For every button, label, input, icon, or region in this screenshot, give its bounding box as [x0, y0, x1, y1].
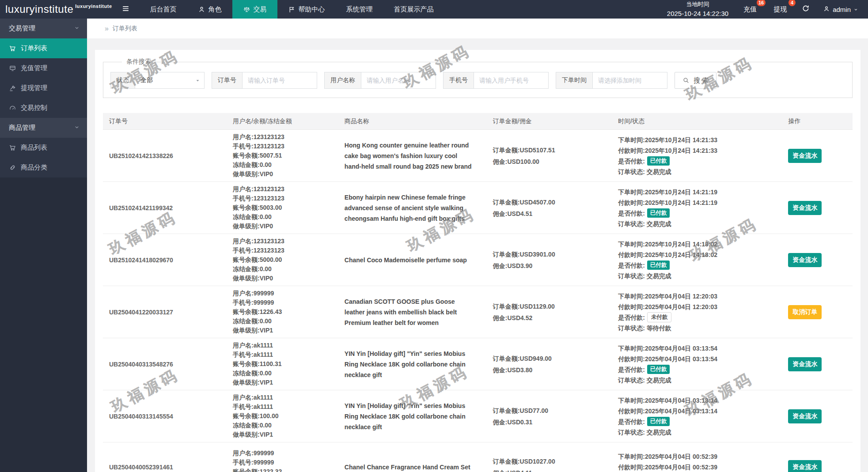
amount-line: 订单金额:USD3901.00	[493, 249, 606, 260]
funds-flow-button[interactable]: 资金流水	[788, 357, 822, 371]
user-info-line: 用户名:ak1111	[233, 341, 332, 350]
search-button[interactable]: 搜 索	[675, 72, 716, 89]
filter-status-select[interactable]: 全部	[135, 72, 205, 89]
user-info-line: 手机号:123123123	[233, 246, 332, 255]
user-info-line: 冻结金额:0.00	[233, 160, 332, 170]
refresh-button[interactable]	[802, 4, 810, 14]
nav-item-trade[interactable]: 交易	[232, 0, 277, 19]
time-line: 下单时间:2025年10月24日 14:18:02	[618, 239, 776, 249]
chevron-down-icon	[74, 25, 80, 32]
chevron-down-icon	[74, 124, 80, 132]
sidebar-item-product-list[interactable]: 商品列表	[0, 138, 87, 158]
sidebar: 交易管理订单列表充值管理提现管理交易控制商品管理商品列表商品分类	[0, 19, 87, 472]
nav-item-dashboard[interactable]: 后台首页	[140, 0, 187, 19]
order-amount: 订单金额:USD1129.00佣金:USD4.52	[487, 301, 612, 324]
order-amount: 订单金额:USD77.00佣金:USD0.31	[487, 405, 612, 428]
time-line: 付款时间:2025年04月04日 03:13:54	[618, 354, 776, 364]
cancel-order-button[interactable]: 取消订单	[788, 305, 822, 319]
gauge-icon	[9, 104, 16, 112]
filter-phone-input[interactable]	[474, 72, 549, 89]
product-name: Chanel Chance Fragrance Hand Cream Set	[338, 462, 487, 472]
link-icon	[9, 164, 16, 171]
app-logo-superscript: luxuryinstitute	[75, 4, 112, 9]
sidebar-item-trade-control[interactable]: 交易控制	[0, 98, 87, 118]
filter-row: 状态全部订单号用户名称手机号下单时间 搜 索	[110, 72, 845, 89]
table-row: UB2504041220033127用户名:999999手机号:999999账号…	[103, 286, 853, 338]
funds-flow-button[interactable]: 资金流水	[788, 409, 822, 423]
sidebar-item-product-category[interactable]: 商品分类	[0, 158, 87, 177]
time-line: 下单时间:2025年04月04日 03:13:54	[618, 343, 776, 354]
user-icon	[823, 5, 830, 14]
top-nav: 后台首页角色交易帮助中心系统管理首页展示产品	[140, 0, 444, 19]
sidebar-item-withdraw-management[interactable]: 提现管理	[0, 78, 87, 98]
product-name: Chanel Coco Mademoiselle perfume soap	[338, 255, 487, 265]
content-card: 条件搜索 状态全部订单号用户名称手机号下单时间 搜 索 订单号用户名/余额/冻结…	[95, 50, 860, 472]
time-status: 下单时间:2025年04月04日 00:52:39付款时间:2025年04月04…	[612, 451, 782, 472]
search-panel: 条件搜索 状态全部订单号用户名称手机号下单时间 搜 索	[103, 58, 853, 98]
sidebar-item-recharge-management[interactable]: 充值管理	[0, 58, 87, 78]
product-name: YIN Yin [Holiday gift] "Yin" series Mobi…	[338, 348, 487, 380]
sidebar-item-label: 商品分类	[21, 163, 47, 172]
user-info-line: 手机号:123123123	[233, 194, 332, 203]
user-info-line: 账号余额:1222.32	[233, 467, 332, 472]
nav-item-homepage-products[interactable]: 首页展示产品	[383, 0, 444, 19]
sidebar-item-order-list[interactable]: 订单列表	[0, 38, 87, 58]
actions-cell: 资金流水	[782, 149, 853, 163]
sidebar-group-label: 交易管理	[9, 24, 35, 33]
filter-phone: 手机号	[443, 72, 549, 89]
actions-cell: 资金流水	[782, 357, 853, 371]
sidebar-group-trade-management[interactable]: 交易管理	[0, 19, 87, 38]
user-info: 用户名:999999手机号:999999账号余额:1226.43冻结金额:0.0…	[227, 289, 338, 335]
filter-username-input[interactable]	[361, 72, 436, 89]
filter-status-label: 状态	[110, 72, 135, 89]
recharge-badge: 16	[757, 0, 766, 6]
filter-order-no-input[interactable]	[242, 72, 317, 89]
nav-item-roles[interactable]: 角色	[187, 0, 232, 19]
nav-item-help-center[interactable]: 帮助中心	[277, 0, 336, 19]
app-logo: luxuryinstitute luxuryinstitute	[0, 0, 112, 19]
pay-status-badge: 已付款	[647, 208, 670, 218]
withdraw-button[interactable]: 提现 4	[772, 4, 788, 15]
user-info-line: 做单级别:VIP1	[233, 326, 332, 335]
pay-status-label: 是否付款:	[618, 312, 645, 323]
nav-item-system[interactable]: 系统管理	[336, 0, 383, 19]
product-name: Ebony hairpin new Chinese female fringe …	[338, 192, 487, 224]
user-info-line: 做单级别:VIP1	[233, 430, 332, 439]
pay-status-label: 是否付款:	[618, 260, 645, 271]
table-row: UB2504040313548276用户名:ak1111手机号:ak1111账号…	[103, 338, 853, 390]
order-status-line: 订单状态: 交易完成	[618, 271, 776, 281]
actions-cell: 资金流水	[782, 253, 853, 267]
order-amount: 订单金额:USD3901.00佣金:USD3.90	[487, 249, 612, 272]
time-line: 付款时间:2025年10月24日 14:21:19	[618, 197, 776, 208]
sidebar-item-label: 充值管理	[21, 64, 47, 72]
order-no: UB2504041220033127	[103, 309, 227, 316]
admin-menu[interactable]: admin	[823, 5, 858, 14]
order-no: UB2510241421338226	[103, 152, 227, 159]
sidebar-group-label: 商品管理	[9, 124, 35, 132]
user-info-line: 用户名:123123123	[233, 132, 332, 142]
funds-flow-button[interactable]: 资金流水	[788, 460, 822, 472]
sidebar-group-product-management[interactable]: 商品管理	[0, 118, 87, 138]
order-amount: 订单金额:USD1027.00佣金:USD4.11	[487, 456, 612, 472]
admin-label: admin	[833, 6, 851, 13]
pay-status-line: 是否付款:已付款	[618, 260, 776, 271]
funds-flow-button[interactable]: 资金流水	[788, 149, 822, 163]
pay-status-line: 是否付款:已付款	[618, 364, 776, 375]
user-info-line: 用户名:123123123	[233, 237, 332, 246]
funds-flow-button[interactable]: 资金流水	[788, 253, 822, 267]
user-info: 用户名:123123123手机号:123123123账号余额:5000.00冻结…	[227, 237, 338, 283]
time-status: 下单时间:2025年10月24日 14:21:33付款时间:2025年10月24…	[612, 135, 782, 177]
user-info-line: 冻结金额:0.00	[233, 317, 332, 326]
filter-fields: 状态全部订单号用户名称手机号下单时间	[110, 72, 667, 89]
funds-flow-button[interactable]: 资金流水	[788, 201, 822, 215]
filter-phone-label: 手机号	[443, 72, 474, 89]
table-row: UB2510241421199342用户名:123123123手机号:12312…	[103, 182, 853, 234]
recharge-button[interactable]: 充值 16	[742, 4, 758, 15]
menu-toggle-button[interactable]	[112, 0, 140, 19]
filter-username-label: 用户名称	[324, 72, 361, 89]
user-info-line: 冻结金额:0.00	[233, 264, 332, 274]
filter-order-time-input[interactable]	[592, 72, 667, 89]
app-logo-text: luxuryinstitute	[5, 3, 73, 15]
breadcrumb-arrows-icon: »	[105, 25, 109, 33]
order-status-line: 订单状态: 等待付款	[618, 323, 776, 333]
